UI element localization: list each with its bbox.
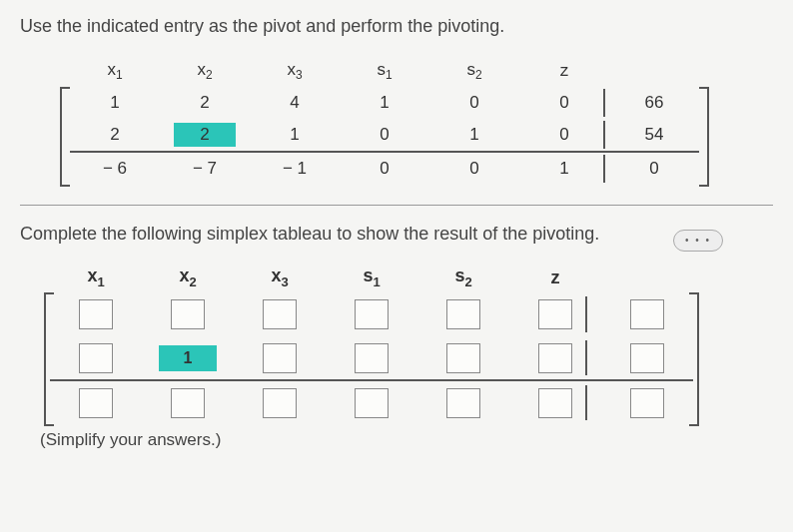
t1-r1-x1: 1 — [70, 87, 160, 119]
tableau1-header-row: x1 x2 x3 s1 s2 z — [70, 55, 699, 87]
t2-r2-s2-input[interactable] — [446, 343, 480, 373]
t2-r1-x1-input[interactable] — [79, 299, 113, 329]
t2-r2-rhs-input[interactable] — [630, 343, 664, 373]
t2-r1-x3-input[interactable] — [263, 299, 297, 329]
col2-header-x2: x2 — [142, 263, 234, 292]
tableau-2: x1 x2 x3 s1 s2 z 1 — [50, 263, 773, 424]
t2-r1-s2-input[interactable] — [446, 299, 480, 329]
t2-r3-x2-input[interactable] — [171, 388, 205, 418]
t2-r2-s1-input[interactable] — [355, 343, 389, 373]
t1-r3-x1: − 6 — [70, 153, 160, 185]
t1-r1-s1: 1 — [340, 87, 429, 119]
aug-divider-icon — [585, 296, 587, 332]
col2-header-s1: s1 — [326, 263, 417, 292]
t1-r3-s2: 0 — [429, 153, 519, 185]
t2-r3-s2-input[interactable] — [446, 388, 480, 418]
col2-header-x3: x3 — [234, 263, 326, 292]
col-header-z: z — [519, 55, 609, 87]
t1-r3-rhs: 0 — [609, 153, 699, 185]
col-header-s2: s2 — [429, 55, 519, 87]
t2-r1-x2-input[interactable] — [171, 299, 205, 329]
col-header-x1: x1 — [70, 55, 160, 87]
pivot-highlight: 1 — [159, 345, 217, 371]
t1-r3-z: 1 — [519, 153, 609, 185]
t1-r1-s2: 0 — [429, 87, 519, 119]
tableau2-row-2: 1 — [50, 336, 693, 380]
t2-r2-z-input[interactable] — [538, 343, 572, 373]
question-prompt-2: Complete the following simplex tableau t… — [20, 224, 773, 245]
tableau2-header-row: x1 x2 x3 s1 s2 z — [50, 263, 693, 292]
right-bracket-icon — [699, 87, 709, 187]
col2-header-rhs — [601, 263, 693, 292]
t2-r3-x3-input[interactable] — [263, 388, 297, 418]
t1-r2-x2-pivot: 2 — [160, 119, 250, 151]
t1-r2-x1: 2 — [70, 119, 160, 151]
t2-r3-z-input[interactable] — [538, 388, 572, 418]
tableau1-row-3: − 6 − 7 − 1 0 0 1 0 — [70, 153, 699, 185]
tableau2-row-3 — [50, 380, 693, 424]
t1-r2-s2: 1 — [429, 119, 519, 151]
aug-divider-icon — [585, 340, 587, 375]
t1-r2-rhs: 54 — [609, 119, 699, 151]
t2-r2-x2-fixed: 1 — [179, 349, 197, 367]
t2-r1-rhs-input[interactable] — [630, 299, 664, 329]
aug-divider-icon — [585, 385, 587, 420]
col-header-s1: s1 — [340, 55, 429, 87]
t2-r1-s1-input[interactable] — [355, 299, 389, 329]
t1-r3-s1: 0 — [340, 153, 429, 185]
col-header-x2: x2 — [160, 55, 250, 87]
t1-r1-z: 0 — [519, 87, 609, 119]
t1-r1-x3: 4 — [250, 87, 340, 119]
tableau1-row-2: 2 2 1 0 1 0 54 — [70, 119, 699, 151]
t1-r2-x3: 1 — [250, 119, 340, 151]
tableau1-row-1: 1 2 4 1 0 0 66 — [70, 87, 699, 119]
left-bracket-icon — [60, 87, 70, 187]
t2-r2-x1-input[interactable] — [79, 343, 113, 373]
t1-r2-s1: 0 — [340, 119, 429, 151]
col2-header-z: z — [509, 263, 601, 292]
t1-r1-rhs: 66 — [609, 87, 699, 119]
pivot-highlight: 2 — [174, 123, 235, 147]
t1-r3-x3: − 1 — [250, 153, 340, 185]
t2-r3-rhs-input[interactable] — [630, 388, 664, 418]
tableau2-row-1 — [50, 292, 693, 336]
aug-divider-icon — [603, 89, 605, 117]
t2-r2-x3-input[interactable] — [263, 343, 297, 373]
t1-r3-x2: − 7 — [160, 153, 250, 185]
more-options-button[interactable]: • • • — [673, 230, 723, 252]
col-header-rhs — [609, 55, 699, 87]
t2-r3-x1-input[interactable] — [79, 388, 113, 418]
t1-r2-z: 0 — [519, 119, 609, 151]
simplify-instruction: (Simplify your answers.) — [40, 430, 773, 450]
col2-header-x1: x1 — [50, 263, 142, 292]
section-divider — [20, 205, 773, 206]
t2-r3-s1-input[interactable] — [355, 388, 389, 418]
aug-divider-icon — [603, 155, 605, 183]
col-header-x3: x3 — [250, 55, 340, 87]
question-prompt-1: Use the indicated entry as the pivot and… — [20, 16, 773, 37]
tableau-1: x1 x2 x3 s1 s2 z 1 2 4 1 0 0 66 2 2 1 0 … — [70, 55, 773, 185]
t1-r1-x2: 2 — [160, 87, 250, 119]
col2-header-s2: s2 — [417, 263, 509, 292]
aug-divider-icon — [603, 121, 605, 149]
t2-r1-z-input[interactable] — [538, 299, 572, 329]
